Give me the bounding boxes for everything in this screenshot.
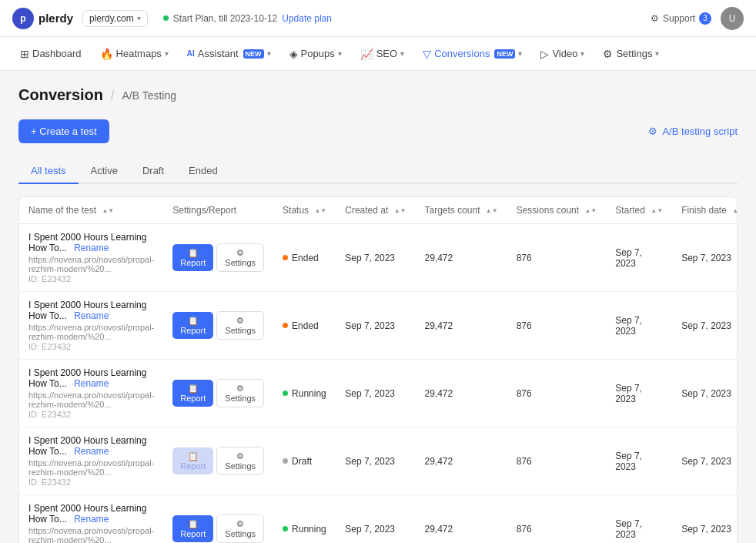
- cell-sessions: 876: [507, 427, 607, 495]
- conversions-badge: NEW: [494, 49, 515, 59]
- sort-icon-started[interactable]: ▲▼: [651, 207, 663, 214]
- settings-button[interactable]: ⚙ Settings: [216, 311, 264, 340]
- col-finish: Finish date ▲▼: [672, 197, 738, 224]
- cell-settings-report: 📋 Report ⚙ Settings: [163, 427, 273, 495]
- page-content: Conversion / A/B Testing + Create a test…: [0, 71, 756, 543]
- domain-chevron: ▾: [137, 14, 141, 22]
- nav-label-video: Video: [552, 48, 577, 59]
- sort-icon-name[interactable]: ▲▼: [102, 207, 114, 214]
- settings-button[interactable]: ⚙ Settings: [216, 379, 264, 407]
- cell-created: Sep 7, 2023: [336, 427, 415, 495]
- test-name-text: I Spent 2000 Hours Learning How To... Re…: [28, 435, 154, 457]
- conversions-chevron: ▾: [518, 49, 522, 58]
- test-name-text: I Spent 2000 Hours Learning How To... Re…: [28, 503, 154, 525]
- cell-started: Sep 7, 2023: [606, 495, 672, 544]
- nav-item-video[interactable]: ▷ Video ▾: [533, 43, 592, 65]
- status-text: Draft: [292, 456, 312, 467]
- sort-icon-sessions[interactable]: ▲▼: [584, 207, 597, 214]
- tab-active[interactable]: Active: [79, 159, 130, 184]
- cell-targets: 29,472: [415, 292, 507, 360]
- status-text: Running: [292, 524, 326, 535]
- rename-link[interactable]: Rename: [74, 310, 109, 321]
- ab-testing-script-button[interactable]: ⚙ A/B testing script: [648, 126, 738, 137]
- nav-item-popups[interactable]: ◈ Popups ▾: [282, 43, 350, 65]
- report-button[interactable]: 📋 Report: [172, 380, 213, 407]
- rename-link[interactable]: Rename: [74, 514, 109, 525]
- plan-text: Start Plan, till 2023-10-12: [173, 13, 277, 24]
- update-plan-link[interactable]: Update plan: [282, 13, 332, 24]
- nav-label-assistant: Assistant: [198, 48, 239, 59]
- cell-sessions: 876: [507, 292, 607, 360]
- tests-table-container: Name of the test ▲▼ Settings/Report Stat…: [18, 196, 738, 543]
- cell-name: I Spent 2000 Hours Learning How To... Re…: [19, 292, 163, 360]
- cell-targets: 29,472: [415, 495, 507, 544]
- cell-finish: Sep 7, 2023: [672, 427, 738, 495]
- cell-sessions: 876: [507, 224, 607, 292]
- breadcrumb-sub: A/B Testing: [122, 89, 176, 102]
- report-button[interactable]: 📋 Report: [172, 244, 213, 271]
- cell-status: Draft: [273, 427, 336, 495]
- nav-item-settings[interactable]: ⚙ Settings ▾: [595, 43, 667, 65]
- settings-icon: ⚙: [603, 48, 613, 60]
- sort-icon-status[interactable]: ▲▼: [314, 207, 326, 214]
- status-dot: [283, 390, 288, 396]
- support-button[interactable]: ⚙ Support 3: [651, 12, 711, 25]
- table-row: I Spent 2000 Hours Learning How To... Re…: [19, 427, 738, 495]
- col-settings-report: Settings/Report: [163, 197, 273, 224]
- sort-icon-created[interactable]: ▲▼: [394, 207, 406, 214]
- logo: p plerdy: [12, 8, 73, 29]
- tab-draft[interactable]: Draft: [130, 159, 176, 184]
- status-badge: Draft: [283, 456, 312, 467]
- col-started: Started ▲▼: [606, 197, 672, 224]
- assistant-icon: AI: [187, 49, 195, 58]
- cell-status: Running: [273, 360, 336, 427]
- cell-targets: 29,472: [415, 360, 507, 427]
- cell-created: Sep 7, 2023: [336, 495, 415, 544]
- nav-item-assistant[interactable]: AI Assistant NEW ▾: [179, 43, 279, 64]
- nav-item-seo[interactable]: 📈 SEO ▾: [353, 43, 412, 65]
- logo-text: plerdy: [38, 12, 73, 25]
- report-button[interactable]: 📋 Report: [172, 312, 213, 339]
- cell-name: I Spent 2000 Hours Learning How To... Re…: [19, 495, 163, 544]
- table-row: I Spent 2000 Hours Learning How To... Re…: [19, 360, 738, 427]
- conversions-icon: ▽: [423, 48, 431, 60]
- action-buttons: 📋 Report ⚙ Settings: [172, 515, 264, 543]
- nav-label-heatmaps: Heatmaps: [116, 48, 162, 59]
- tab-all-tests[interactable]: All tests: [18, 159, 79, 184]
- settings-button[interactable]: ⚙ Settings: [216, 243, 264, 272]
- domain-selector[interactable]: plerdy.com ▾: [82, 10, 148, 27]
- cell-status: Ended: [273, 224, 336, 292]
- nav-label-settings: Settings: [616, 48, 652, 59]
- cell-targets: 29,472: [415, 224, 507, 292]
- cell-finish: Sep 7, 2023: [672, 292, 738, 360]
- test-url-text: https://novena.pro/novosti/propal-rezhim…: [28, 390, 154, 409]
- cell-created: Sep 7, 2023: [336, 224, 415, 292]
- nav-item-heatmaps[interactable]: 🔥 Heatmaps ▾: [92, 43, 176, 65]
- nav-item-dashboard[interactable]: ⊞ Dashboard: [12, 43, 89, 65]
- sort-icon-targets[interactable]: ▲▼: [486, 207, 498, 214]
- rename-link[interactable]: Rename: [74, 446, 109, 457]
- rename-link[interactable]: Rename: [74, 243, 109, 253]
- create-test-button[interactable]: + Create a test: [18, 119, 109, 143]
- settings-button[interactable]: ⚙ Settings: [216, 447, 264, 475]
- cell-started: Sep 7, 2023: [606, 427, 672, 495]
- report-button[interactable]: 📋 Report: [172, 515, 213, 542]
- popups-icon: ◈: [289, 48, 298, 60]
- page-title: Conversion: [18, 86, 103, 104]
- logo-icon: p: [12, 8, 34, 29]
- rename-link[interactable]: Rename: [74, 378, 109, 389]
- cell-status: Ended: [273, 292, 336, 360]
- assistant-badge: NEW: [243, 49, 264, 59]
- cell-sessions: 876: [507, 360, 607, 427]
- test-name-text: I Spent 2000 Hours Learning How To... Re…: [28, 232, 154, 253]
- settings-button[interactable]: ⚙ Settings: [216, 515, 264, 543]
- test-id-text: ID: E23432: [28, 274, 154, 283]
- tab-ended[interactable]: Ended: [176, 159, 230, 184]
- test-id-text: ID: E23432: [28, 410, 154, 419]
- table-row: I Spent 2000 Hours Learning How To... Re…: [19, 292, 738, 360]
- test-url-text: https://novena.pro/novosti/propal-rezhim…: [28, 323, 154, 341]
- nav-item-conversions[interactable]: ▽ Conversions NEW ▾: [415, 43, 530, 65]
- avatar[interactable]: U: [721, 7, 744, 30]
- video-icon: ▷: [540, 48, 549, 60]
- sort-icon-finish[interactable]: ▲▼: [732, 207, 738, 214]
